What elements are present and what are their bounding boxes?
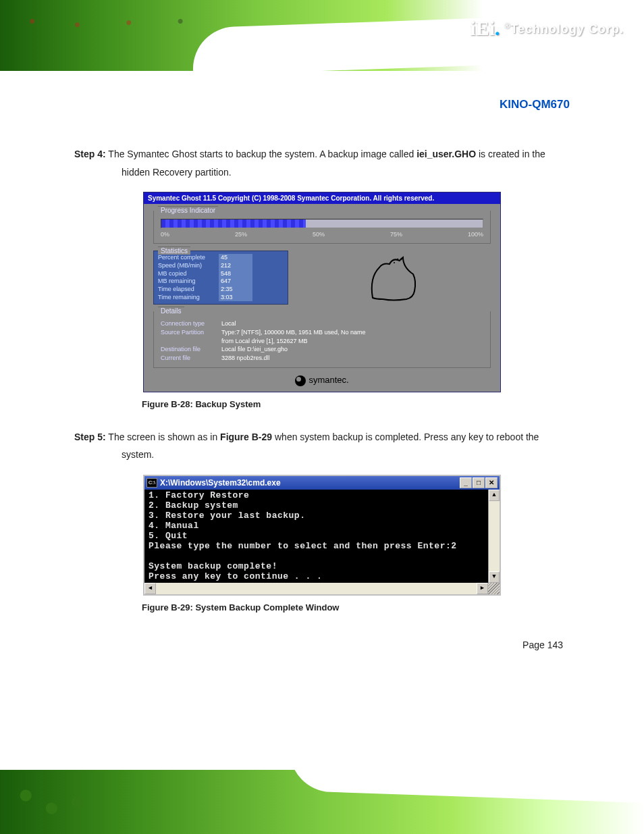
scroll-track[interactable] (489, 501, 500, 571)
bottom-swoosh (290, 770, 644, 803)
step-4: Step 4: The Symantec Ghost starts to bac… (74, 145, 570, 181)
detail-row: Destination fileLocal file D:\iei_user.g… (161, 345, 483, 354)
logo-text: iEi. (470, 17, 500, 40)
ghost-mascot (295, 251, 491, 305)
stat-row: Time remaining3:03 (158, 294, 284, 302)
tick: 0% (161, 231, 169, 238)
page-number: Page 143 (74, 640, 570, 650)
detail-row: Connection typeLocal (161, 319, 483, 328)
symantec-icon (295, 375, 306, 386)
window-buttons: _ □ ✕ (460, 477, 498, 488)
progress-ticks: 0% 25% 50% 75% 100% (161, 231, 483, 238)
step-label: Step 5: (74, 432, 106, 442)
tick: 100% (468, 231, 483, 238)
figure-29-caption: Figure B-29: System Backup Complete Wind… (142, 602, 570, 613)
cmd-window: C:\ X:\Windows\System32\cmd.exe _ □ ✕ 1.… (143, 475, 501, 596)
symantec-logo-row: symantec. (153, 375, 491, 386)
symantec-text: symantec. (308, 375, 348, 385)
stat-row: MB copied548 (158, 270, 284, 278)
ghost-window: Symantec Ghost 11.5 Copyright (C) 1998-2… (143, 192, 501, 392)
horizontal-scrollbar[interactable]: ◀ ▶ (144, 583, 500, 594)
scroll-right-icon[interactable]: ▶ (477, 583, 488, 594)
minimize-button[interactable]: _ (460, 477, 472, 488)
figure-28-caption: Figure B-28: Backup System (142, 399, 570, 409)
scroll-track[interactable] (156, 583, 477, 594)
detail-row: Current file3288 npob2res.dll (161, 354, 483, 363)
scroll-left-icon[interactable]: ◀ (144, 583, 156, 594)
ghost-icon (359, 251, 427, 305)
svg-point-0 (394, 262, 395, 263)
step-text: The screen is shown as in (108, 432, 220, 442)
close-button[interactable]: ✕ (485, 477, 498, 488)
progress-group: Progress Indicator 0% 25% 50% 75% 100% (153, 211, 491, 244)
cmd-output[interactable]: 1. Factory Restore 2. Backup system 3. R… (144, 490, 500, 583)
cmd-titlebar[interactable]: C:\ X:\Windows\System32\cmd.exe _ □ ✕ (144, 476, 500, 490)
details-label: Details (158, 307, 184, 315)
statistics-group: Statistics Percent complete45 Speed (MB/… (153, 251, 288, 305)
cmd-icon: C:\ (146, 478, 157, 488)
tick: 75% (390, 231, 402, 238)
stat-row: Time elapsed2:35 (158, 286, 284, 294)
top-banner: iEi. ®Technology Corp. (0, 0, 644, 71)
step-5: Step 5: The screen is shown as in Figure… (74, 428, 570, 464)
maximize-button[interactable]: □ (473, 477, 485, 488)
detail-row: from Local drive [1], 152627 MB (161, 337, 483, 346)
scroll-up-icon[interactable]: ▲ (489, 490, 500, 501)
document-title: KINO-QM670 (74, 98, 570, 111)
scroll-down-icon[interactable]: ▼ (489, 571, 500, 583)
resize-grip[interactable] (488, 583, 500, 594)
progress-bar (161, 219, 483, 228)
stats-label: Statistics (158, 246, 190, 255)
tick: 50% (313, 231, 325, 238)
detail-row: Source PartitionType:7 [NTFS], 100000 MB… (161, 328, 483, 337)
step-bold: iei_user.GHO (417, 149, 476, 159)
ghost-titlebar: Symantec Ghost 11.5 Copyright (C) 1998-2… (144, 192, 500, 204)
vertical-scrollbar[interactable]: ▲ ▼ (488, 490, 500, 583)
figure-ref: Figure B-29 (220, 432, 272, 442)
progress-fill (161, 219, 306, 228)
cmd-content-wrap: 1. Factory Restore 2. Backup system 3. R… (144, 490, 500, 583)
stat-row: MB remaining647 (158, 278, 284, 286)
stat-row: Percent complete45 (158, 254, 284, 262)
stats-wrap: Statistics Percent complete45 Speed (MB/… (153, 251, 491, 305)
page-content: KINO-QM670 Step 4: The Symantec Ghost st… (0, 71, 644, 650)
cmd-title: X:\Windows\System32\cmd.exe (160, 478, 281, 488)
details-group: Details Connection typeLocal Source Part… (153, 311, 491, 368)
logo-suffix: ®Technology Corp. (504, 21, 624, 36)
ghost-body: Progress Indicator 0% 25% 50% 75% 100% S… (144, 204, 500, 392)
bottom-banner (0, 770, 644, 834)
logo: iEi. ®Technology Corp. (470, 17, 624, 40)
tick: 25% (235, 231, 247, 238)
stat-row: Speed (MB/min)212 (158, 262, 284, 270)
step-text: The Symantec Ghost starts to backup the … (108, 149, 417, 159)
step-label: Step 4: (74, 149, 106, 159)
hidden-step-suffix: Step 0: (157, 449, 188, 460)
progress-label: Progress Indicator (158, 206, 218, 214)
